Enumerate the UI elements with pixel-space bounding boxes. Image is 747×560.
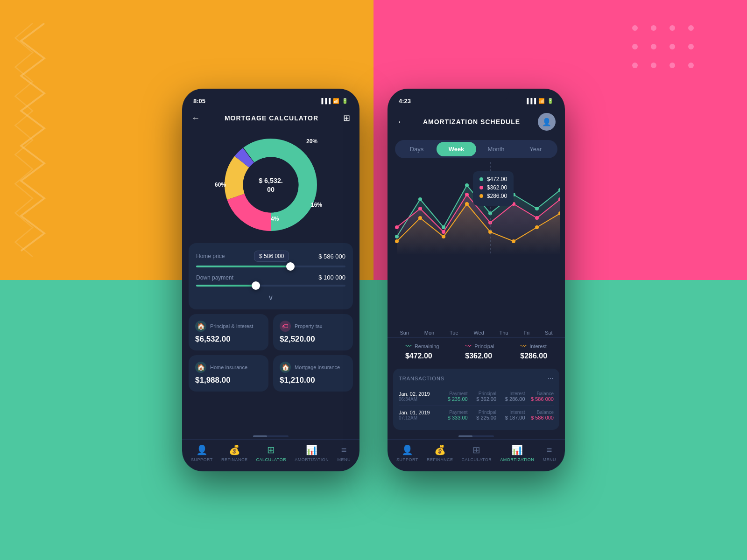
nav2-refinance[interactable]: 💰 REFINANCE <box>427 444 453 462</box>
tx-balance-header: Balance <box>527 391 554 396</box>
tx2-date: Jan. 01, 2019 <box>399 410 439 415</box>
svg-point-22 <box>465 183 469 187</box>
down-payment-value: $ 100 000 <box>318 274 345 281</box>
insurance-label: Home insurance <box>210 364 247 370</box>
nav2-calculator[interactable]: ⊞ CALCULATOR <box>461 444 492 462</box>
transactions-menu-icon[interactable]: ··· <box>548 374 554 383</box>
nav-support-label: SUPPORT <box>191 457 213 462</box>
svg-point-35 <box>395 239 399 243</box>
tooltip-remaining: $472.00 <box>479 176 507 182</box>
tx2-interest: $ 187.00 <box>498 415 525 420</box>
nav2-menu-label: MENU <box>543 457 556 462</box>
down-payment-slider[interactable] <box>196 285 345 287</box>
tx2-interest-header: Interest <box>498 410 525 415</box>
nav-calculator-label: CALCULATOR <box>256 457 286 462</box>
phone-notch-2 <box>444 89 509 102</box>
interest-legend-value: $286.00 <box>520 352 547 360</box>
legend-row: 〰 Remaining $472.00 〰 Principal $362.00 … <box>388 337 565 365</box>
tax-value: $2,520.00 <box>280 335 346 344</box>
home-price-label: Home price <box>196 253 225 259</box>
svg-point-37 <box>442 235 445 238</box>
remaining-label: Remaining <box>415 343 439 349</box>
battery-icon-2: 🔋 <box>547 98 554 104</box>
chart-xaxis: Sun Mon Tue Wed Thu Fri Sat <box>388 327 565 337</box>
property-tax-card: 🏷 Property tax $2,520.00 <box>273 314 353 350</box>
signal-icon: ▐▐▐ <box>320 98 331 104</box>
back-icon[interactable]: ← <box>191 113 200 123</box>
svg-point-21 <box>442 225 445 229</box>
tx-principal-header: Principal <box>470 391 496 396</box>
expand-button[interactable]: ∨ <box>196 293 345 302</box>
avatar[interactable]: 👤 <box>538 113 556 131</box>
nav-support[interactable]: 👤 SUPPORT <box>191 444 213 462</box>
tab-days[interactable]: Days <box>397 142 437 156</box>
chart-area: $472.00 $362.00 $286.00 <box>392 162 560 327</box>
inputs-section: Home price $ 586 000 $ 586 000 Down paym… <box>189 243 353 309</box>
principal-label: Principal & Interest <box>210 323 253 329</box>
nav-amortization[interactable]: 📊 AMORTIZATION <box>295 444 329 462</box>
home-insurance-card: 🏠 Home insurance $1,988.00 <box>189 355 268 392</box>
phone-content-left: $ 6,532. 00 60% 20% 16% 4% Home price $ … <box>182 129 359 434</box>
principal-legend-value: $362.00 <box>465 352 492 360</box>
nav-menu-label: MENU <box>337 457 351 462</box>
down-payment-label: Down payment <box>196 274 233 281</box>
nav2-support[interactable]: 👤 SUPPORT <box>396 444 418 462</box>
donut-chart-section: $ 6,532. 00 60% 20% 16% 4% <box>182 129 359 238</box>
status-icons-right: ▐▐▐ 📶 🔋 <box>525 98 554 104</box>
tx1-payment: $ 235.00 <box>441 396 467 402</box>
svg-point-29 <box>442 230 445 234</box>
nav2-amortization-label: AMORTIZATION <box>500 457 534 462</box>
period-tabs: Days Week Month Year <box>395 140 557 158</box>
support2-nav-icon: 👤 <box>402 444 413 455</box>
nav-refinance-label: REFINANCE <box>221 457 248 462</box>
legend-remaining: 〰 Remaining $472.00 <box>405 343 439 360</box>
nav2-amortization[interactable]: 📊 AMORTIZATION <box>500 444 534 462</box>
legend-interest: 〰 Interest $286.00 <box>520 343 547 360</box>
filter-icon[interactable]: ⊞ <box>343 113 350 123</box>
app-header-right: ← AMORTIZATION SCHEDULE 👤 <box>388 109 565 136</box>
tab-week[interactable]: Week <box>437 142 476 156</box>
principal-legend-label: Principal <box>474 343 494 349</box>
phone-notch <box>238 89 303 102</box>
header-title-left: MORTGAGE CALCULATOR <box>225 114 318 122</box>
home-price-badge[interactable]: $ 586 000 <box>254 251 289 262</box>
principal-interest-card: 🏠 Principal & Interest $6,532.00 <box>189 314 268 350</box>
back-icon-2[interactable]: ← <box>397 117 405 127</box>
svg-point-27 <box>395 225 399 229</box>
header-title-right: AMORTIZATION SCHEDULE <box>423 118 520 126</box>
tx2-principal: $ 225.00 <box>470 415 496 420</box>
nav-calculator[interactable]: ⊞ CALCULATOR <box>256 444 286 462</box>
support-nav-icon: 👤 <box>196 444 208 455</box>
remaining-value: $472.00 <box>405 352 432 360</box>
nav2-calculator-label: CALCULATOR <box>461 457 492 462</box>
tax-label: Property tax <box>295 323 322 329</box>
remaining-wave-icon: 〰 <box>405 343 412 350</box>
wifi-icon: 📶 <box>333 98 339 104</box>
tx1-balance: $ 586 000 <box>527 396 554 402</box>
nav2-refinance-label: REFINANCE <box>427 457 453 462</box>
tab-month[interactable]: Month <box>476 142 516 156</box>
svg-point-36 <box>418 216 422 220</box>
svg-point-40 <box>512 239 515 243</box>
principal-value: $6,532.00 <box>195 335 262 344</box>
xaxis-sat: Sat <box>545 330 553 336</box>
transactions-section: TRANSACTIONS ··· Jan. 02, 2019 06:34AM P… <box>393 369 559 430</box>
phone-calculator: 8:05 ▐▐▐ 📶 🔋 ← MORTGAGE CALCULATOR ⊞ <box>182 89 359 471</box>
principal-icon: 🏠 <box>195 321 206 332</box>
home-price-slider[interactable] <box>196 266 345 267</box>
mortgage-insurance-card: 🏠 Mortgage insurance $1,210.00 <box>273 355 353 392</box>
amortization2-nav-icon: 📊 <box>511 444 523 455</box>
svg-point-41 <box>535 225 539 229</box>
refinance-nav-icon: 💰 <box>229 444 240 455</box>
status-time-right: 4:23 <box>399 98 411 105</box>
nav2-menu[interactable]: ≡ MENU <box>543 445 556 462</box>
amortization-nav-icon: 📊 <box>306 444 317 455</box>
nav-refinance[interactable]: 💰 REFINANCE <box>221 444 248 462</box>
nav-menu[interactable]: ≡ MENU <box>337 445 351 462</box>
legend-principal: 〰 Principal $362.00 <box>465 343 494 360</box>
tooltip-principal: $362.00 <box>479 184 507 191</box>
tx-payment-header: Payment <box>441 391 467 396</box>
xaxis-wed: Wed <box>473 330 484 336</box>
phone-amortization: 4:23 ▐▐▐ 📶 🔋 ← AMORTIZATION SCHEDULE 👤 D… <box>388 89 565 471</box>
tab-year[interactable]: Year <box>516 142 556 156</box>
